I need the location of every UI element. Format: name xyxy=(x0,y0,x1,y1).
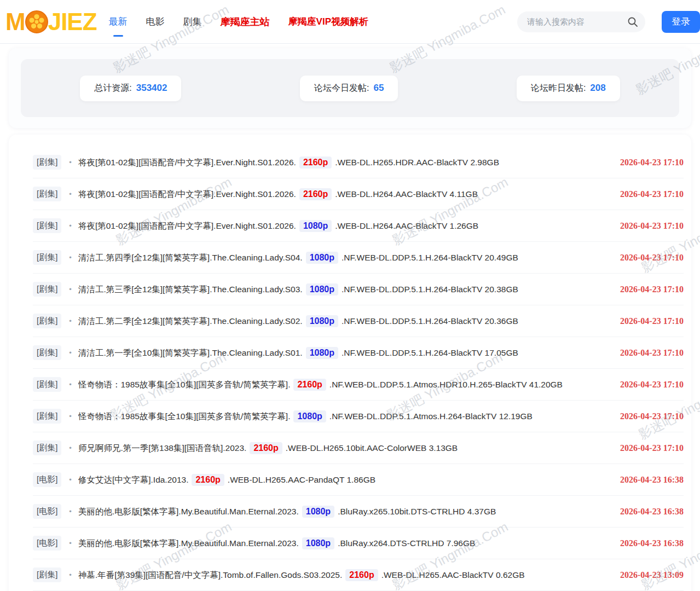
category-tag: [电影] xyxy=(33,472,61,487)
resource-title-link[interactable]: 美丽的他.电影版[繁体字幕].My.Beautiful.Man.Eternal.… xyxy=(78,506,496,518)
post-date: 2026-04-23 17:10 xyxy=(620,189,684,199)
category-tag: [剧集] xyxy=(33,377,61,392)
title-text: 将夜[第01-02集][国语配音/中文字幕].Ever.Night.S01.20… xyxy=(78,158,296,167)
title-text: 美丽的他.电影版[繁体字幕].My.Beautiful.Man.Eternal.… xyxy=(78,507,299,516)
resource-title-link[interactable]: 修女艾达[中文字幕].Ida.2013.2160p.WEB-DL.H265.AA… xyxy=(78,474,375,486)
stat-label: 论坛昨日发帖: xyxy=(531,83,586,94)
resource-title-link[interactable]: 将夜[第01-02集][国语配音/中文字幕].Ever.Night.S01.20… xyxy=(78,188,478,200)
post-date: 2026-04-23 17:10 xyxy=(620,412,684,421)
table-row[interactable]: [剧集]•师兄啊师兄.第一季[第138集][国语音轨].2023.2160p.W… xyxy=(33,432,684,464)
search-icon[interactable] xyxy=(627,16,638,27)
title-text: .NF.WEB-DL.DDP.5.1.H.264-BlackTV 17.05GB xyxy=(342,348,518,357)
resource-title-link[interactable]: 清洁工.第二季[全12集][简繁英字幕].The.Cleaning.Lady.S… xyxy=(78,315,518,327)
resource-title-link[interactable]: 清洁工.第三季[全12集][简繁英字幕].The.Cleaning.Lady.S… xyxy=(78,283,518,296)
logo-text-right: JIEZ xyxy=(48,8,97,36)
resource-title-link[interactable]: 清洁工.第一季[全10集][简繁英字幕].The.Cleaning.Lady.S… xyxy=(78,347,518,359)
nav-item-movies[interactable]: 电影 xyxy=(146,15,165,28)
table-row[interactable]: [剧集]•怪奇物语：1985故事集[全10集][国英多音轨/简繁英字幕].216… xyxy=(33,369,684,401)
post-date: 2026-04-23 17:10 xyxy=(620,443,684,453)
header-right-group: 登录 xyxy=(517,11,700,33)
row-content: [剧集]•将夜[第01-02集][国语配音/中文字幕].Ever.Night.S… xyxy=(33,155,499,170)
table-row[interactable]: [剧集]•清洁工.第一季[全10集][简繁英字幕].The.Cleaning.L… xyxy=(33,337,684,369)
title-text: .NF.WEB-DL.DDP.5.1.H.264-BlackTV 20.49GB xyxy=(342,253,518,262)
resource-title-link[interactable]: 怪奇物语：1985故事集[全10集][国英多音轨/简繁英字幕].1080p.NF… xyxy=(78,410,533,422)
resource-title-link[interactable]: 将夜[第01-02集][国语配音/中文字幕].Ever.Night.S01.20… xyxy=(78,220,478,232)
top-header: M JIEZ 最新 电影 剧集 摩羯座主站 摩羯座VIP视频解析 登录 xyxy=(0,0,700,44)
table-row[interactable]: [电影]•修女艾达[中文字幕].Ida.2013.2160p.WEB-DL.H2… xyxy=(33,464,684,496)
post-date: 2026-04-23 17:10 xyxy=(620,380,684,390)
row-content: [电影]•美丽的他.电影版[繁体字幕].My.Beautiful.Man.Ete… xyxy=(33,504,496,519)
nav-item-latest[interactable]: 最新 xyxy=(109,15,128,28)
title-text: .WEB-DL.H264.AAC-BlackTV 4.11GB xyxy=(335,189,478,199)
bullet-icon: • xyxy=(69,571,72,579)
table-row[interactable]: [剧集]•将夜[第01-02集][国语配音/中文字幕].Ever.Night.S… xyxy=(33,147,684,178)
search-box xyxy=(517,11,645,32)
quality-badge: 2160p xyxy=(299,157,332,169)
table-row[interactable]: [电影]•美丽的他.电影版[繁体字幕].My.Beautiful.Man.Ete… xyxy=(33,496,684,528)
table-row[interactable]: [剧集]•清洁工.第三季[全12集][简繁英字幕].The.Cleaning.L… xyxy=(33,274,684,305)
stats-section: 总计资源: 353402 论坛今日发帖: 65 论坛昨日发帖: 208 xyxy=(9,48,691,128)
post-date: 2026-04-23 17:10 xyxy=(620,316,684,326)
table-row[interactable]: [电影]•美丽的他.电影版[繁体字幕].My.Beautiful.Man.Ete… xyxy=(33,528,684,559)
title-text: 清洁工.第四季[全12集][简繁英字幕].The.Cleaning.Lady.S… xyxy=(78,253,303,262)
category-tag: [剧集] xyxy=(33,218,61,233)
title-text: 怪奇物语：1985故事集[全10集][国英多音轨/简繁英字幕]. xyxy=(78,412,291,421)
table-row[interactable]: [剧集]•怪奇物语：1985故事集[全10集][国英多音轨/简繁英字幕].108… xyxy=(33,401,684,432)
login-button[interactable]: 登录 xyxy=(662,11,700,33)
bullet-icon: • xyxy=(69,158,72,166)
table-row[interactable]: [剧集]•将夜[第01-02集][国语配音/中文字幕].Ever.Night.S… xyxy=(33,210,684,242)
resource-title-link[interactable]: 清洁工.第四季[全12集][简繁英字幕].The.Cleaning.Lady.S… xyxy=(78,252,518,264)
resource-title-link[interactable]: 师兄啊师兄.第一季[第138集][国语音轨].2023.2160p.WEB-DL… xyxy=(78,442,458,454)
post-date: 2026-04-23 17:10 xyxy=(620,253,684,263)
nav-item-vip-parser[interactable]: 摩羯座VIP视频解析 xyxy=(288,15,368,28)
table-row[interactable]: [剧集]•清洁工.第四季[全12集][简繁英字幕].The.Cleaning.L… xyxy=(33,242,684,274)
table-row[interactable]: [剧集]•清洁工.第二季[全12集][简繁英字幕].The.Cleaning.L… xyxy=(33,305,684,337)
resource-title-link[interactable]: 美丽的他.电影版[繁体字幕].My.Beautiful.Man.Eternal.… xyxy=(78,537,475,549)
post-date: 2026-04-23 17:10 xyxy=(620,158,684,167)
stat-yesterday-posts: 论坛昨日发帖: 208 xyxy=(517,76,620,101)
main-nav: 最新 电影 剧集 摩羯座主站 摩羯座VIP视频解析 xyxy=(109,15,368,28)
resource-title-link[interactable]: 神墓.年番[第39集][国语配音/中文字幕].Tomb.of.Fallen.Go… xyxy=(78,569,525,581)
stat-value: 208 xyxy=(590,83,605,94)
title-text: 清洁工.第三季[全12集][简繁英字幕].The.Cleaning.Lady.S… xyxy=(78,285,303,294)
bullet-icon: • xyxy=(69,380,72,389)
nav-item-series[interactable]: 剧集 xyxy=(183,15,202,28)
title-text: .WEB-DL.H265.AAC-PandaQT 1.86GB xyxy=(228,475,375,484)
quality-badge: 2160p xyxy=(293,379,326,391)
quality-badge: 1080p xyxy=(306,252,338,264)
row-content: [剧集]•清洁工.第二季[全12集][简繁英字幕].The.Cleaning.L… xyxy=(33,314,518,328)
title-text: .WEB-DL.H265.10bit.AAC-ColorWEB 3.13GB xyxy=(286,443,458,453)
category-tag: [剧集] xyxy=(33,314,61,328)
bullet-icon: • xyxy=(69,507,72,515)
stats-panel: 总计资源: 353402 论坛今日发帖: 65 论坛昨日发帖: 208 xyxy=(21,59,679,117)
stat-total-resources: 总计资源: 353402 xyxy=(80,76,181,101)
title-text: .NF.WEB-DL.DDP.5.1.Atmos.HDR10.H.265-Bla… xyxy=(329,380,563,389)
title-text: 将夜[第01-02集][国语配音/中文字幕].Ever.Night.S01.20… xyxy=(78,189,296,199)
resource-title-link[interactable]: 怪奇物语：1985故事集[全10集][国英多音轨/简繁英字幕].2160p.NF… xyxy=(78,379,563,391)
title-text: 怪奇物语：1985故事集[全10集][国英多音轨/简繁英字幕]. xyxy=(78,380,291,389)
quality-badge: 2160p xyxy=(299,188,332,200)
search-input[interactable] xyxy=(517,11,645,32)
row-content: [剧集]•怪奇物语：1985故事集[全10集][国英多音轨/简繁英字幕].216… xyxy=(33,377,563,392)
resource-title-link[interactable]: 将夜[第01-02集][国语配音/中文字幕].Ever.Night.S01.20… xyxy=(78,157,499,169)
post-date: 2026-04-23 17:10 xyxy=(620,348,684,358)
post-date: 2026-04-23 17:10 xyxy=(620,285,684,294)
row-content: [剧集]•怪奇物语：1985故事集[全10集][国英多音轨/简繁英字幕].108… xyxy=(33,409,533,424)
bullet-icon: • xyxy=(69,539,72,547)
table-row[interactable]: [剧集]•将夜[第01-02集][国语配音/中文字幕].Ever.Night.S… xyxy=(33,178,684,210)
logo-text-left: M xyxy=(5,8,25,36)
title-text: 美丽的他.电影版[繁体字幕].My.Beautiful.Man.Eternal.… xyxy=(78,538,299,548)
site-logo[interactable]: M JIEZ xyxy=(5,8,97,36)
row-content: [电影]•修女艾达[中文字幕].Ida.2013.2160p.WEB-DL.H2… xyxy=(33,472,375,487)
quality-badge: 1080p xyxy=(302,537,334,549)
film-reel-icon xyxy=(25,10,49,34)
category-tag: [剧集] xyxy=(33,567,61,582)
quality-badge: 2160p xyxy=(250,442,282,454)
quality-badge: 1080p xyxy=(306,347,338,359)
nav-item-main-site[interactable]: 摩羯座主站 xyxy=(221,15,270,28)
table-row[interactable]: [剧集]•神墓.年番[第39集][国语配音/中文字幕].Tomb.of.Fall… xyxy=(33,559,684,591)
stat-label: 论坛今日发帖: xyxy=(314,83,369,94)
post-date: 2026-04-23 13:09 xyxy=(620,570,684,580)
bullet-icon: • xyxy=(69,412,72,420)
row-content: [剧集]•清洁工.第一季[全10集][简繁英字幕].The.Cleaning.L… xyxy=(33,345,518,360)
